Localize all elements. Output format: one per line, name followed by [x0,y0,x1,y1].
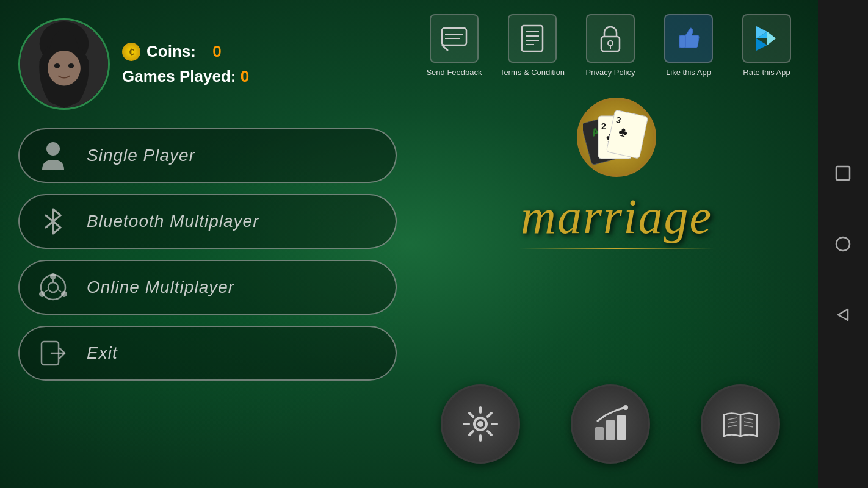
game-area: Send Feedback Terms & Condition [0,0,818,488]
svg-line-1 [442,45,448,51]
svg-point-25 [46,142,60,156]
svg-line-65 [744,425,753,427]
play-store-icon [751,23,782,54]
svg-line-51 [488,431,491,435]
document-icon [517,23,548,54]
exit-button[interactable]: Exit [18,326,397,381]
games-played: Games Played: 0 [122,67,249,86]
bluetooth-icon [38,206,68,237]
top-bar: Send Feedback Terms & Condition [403,0,818,92]
exit-icon [38,338,68,368]
settings-icon [459,403,502,445]
avatar-image [20,18,108,110]
nav-circle-icon [834,235,852,253]
svg-line-61 [728,422,737,423]
nav-square-button[interactable] [832,162,854,184]
nav-square-icon [834,165,852,182]
svg-rect-66 [836,167,850,180]
svg-line-32 [58,290,61,292]
rules-button[interactable] [701,384,780,464]
single-player-label: Single Player [87,146,195,165]
svg-line-63 [744,418,753,420]
rate-app-label: Rate this App [743,68,790,78]
title-underline [519,248,714,249]
online-multiplayer-button[interactable]: Online Multiplayer [18,260,397,315]
svg-text:2: 2 [601,121,606,131]
game-title: marriage [521,189,712,245]
nav-bar [818,0,868,488]
svg-marker-17 [767,32,776,45]
coins-display: ₵ Coins: 0 [122,42,249,61]
menu-buttons: Single Player Bluetooth Multiplayer [18,128,397,381]
svg-point-58 [623,405,628,410]
settings-button[interactable] [441,384,520,464]
svg-rect-12 [679,35,685,48]
leaderboard-button[interactable] [571,384,650,464]
privacy-policy-label: Privacy Policy [586,68,635,78]
svg-rect-4 [522,26,543,51]
games-played-value: 0 [241,67,249,85]
coin-icon: ₵ [122,43,140,61]
coins-label: Coins: [146,42,196,61]
svg-line-33 [45,290,48,292]
svg-line-53 [469,431,473,435]
bottom-icons [415,384,806,464]
send-feedback-label: Send Feedback [426,68,482,78]
svg-line-52 [488,413,491,417]
cards-logo: A ♣ 2 ♣ 3 ♣ [577,98,656,177]
svg-point-24 [68,63,74,68]
svg-point-23 [54,63,60,68]
leaderboard-icon [589,403,632,445]
lock-icon [595,23,626,54]
svg-point-28 [50,273,56,279]
avatar[interactable] [18,18,110,110]
online-multiplayer-label: Online Multiplayer [87,278,234,297]
svg-rect-0 [442,28,466,45]
person-icon [38,140,68,171]
bluetooth-multiplayer-button[interactable]: Bluetooth Multiplayer [18,194,397,249]
svg-point-27 [48,282,58,292]
svg-marker-68 [838,309,848,320]
chat-icon [439,23,469,54]
svg-point-29 [61,291,67,297]
svg-line-50 [469,413,473,417]
svg-rect-56 [606,420,615,440]
svg-rect-55 [595,427,604,440]
nav-circle-button[interactable] [832,233,854,255]
like-app-label: Like this App [666,68,711,78]
games-played-label: Games Played: [122,67,236,85]
svg-line-60 [728,418,737,420]
like-app-button[interactable]: Like this App [655,14,722,78]
nav-back-icon [834,306,852,323]
svg-point-10 [608,41,613,46]
terms-condition-label: Terms & Condition [500,68,565,78]
rate-app-button[interactable]: Rate this App [733,14,800,78]
svg-point-54 [477,421,483,427]
book-icon [719,403,762,445]
svg-rect-9 [601,37,620,51]
single-player-button[interactable]: Single Player [18,128,397,183]
svg-rect-57 [617,415,626,440]
svg-point-67 [836,237,850,251]
send-feedback-button[interactable]: Send Feedback [421,14,488,78]
terms-condition-button[interactable]: Terms & Condition [499,14,566,78]
bluetooth-multiplayer-label: Bluetooth Multiplayer [87,212,259,231]
svg-point-30 [39,291,45,297]
svg-point-22 [48,51,81,86]
thumbs-up-icon [673,23,704,54]
nav-back-button[interactable] [832,304,854,326]
coins-value: 0 [212,42,221,61]
svg-marker-16 [756,38,767,51]
privacy-policy-button[interactable]: Privacy Policy [577,14,644,78]
svg-line-64 [744,422,753,423]
playing-cards-icon: A ♣ 2 ♣ 3 ♣ [583,110,650,165]
game-logo-area: A ♣ 2 ♣ 3 ♣ marriage [427,98,806,249]
svg-line-62 [728,425,737,427]
exit-label: Exit [87,343,118,363]
profile-info: ₵ Coins: 0 Games Played: 0 [122,42,249,86]
profile-section: ₵ Coins: 0 Games Played: 0 [18,18,249,110]
online-icon [38,272,68,303]
